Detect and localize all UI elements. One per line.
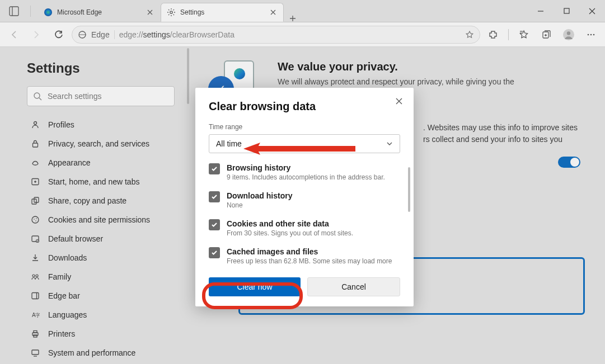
checkbox-icon[interactable] — [209, 247, 220, 258]
maximize-button[interactable] — [554, 0, 579, 22]
sidebar-item-languages[interactable]: A字Languages — [27, 305, 175, 324]
sidebar-item-share[interactable]: Share, copy and paste — [27, 191, 175, 210]
favorite-icon[interactable] — [465, 30, 474, 39]
edge-icon — [44, 8, 53, 17]
sidebar-item-label: Start, home, and new tabs — [48, 177, 139, 186]
svg-rect-18 — [33, 143, 38, 147]
printer-icon — [30, 329, 40, 339]
sidebar-item-appearance[interactable]: Appearance — [27, 153, 175, 172]
window-controls — [528, 0, 605, 22]
sidebar-item-label: Printers — [48, 329, 75, 338]
close-window-button[interactable] — [579, 0, 605, 22]
tracking-context-text: . Websites may use this info to improve … — [423, 122, 585, 145]
gear-icon — [167, 8, 176, 17]
sidebar-scrollbar[interactable] — [187, 48, 189, 104]
tab-label: Microsoft Edge — [57, 8, 141, 16]
cancel-button[interactable]: Cancel — [307, 277, 400, 296]
download-icon — [30, 253, 40, 263]
time-range-select[interactable]: All time — [209, 134, 400, 153]
svg-point-24 — [36, 218, 37, 219]
sidebar-item-downloads[interactable]: Downloads — [27, 248, 175, 267]
clear-now-button[interactable]: Clear now — [209, 277, 301, 296]
checkbox-icon[interactable] — [209, 191, 220, 202]
sidebar-item-family[interactable]: Family — [27, 267, 175, 286]
svg-text:字: 字 — [35, 313, 40, 318]
dialog-title: Clear browsing data — [209, 100, 400, 113]
checkbox-icon[interactable] — [209, 219, 220, 230]
minimize-button[interactable] — [528, 0, 554, 22]
collections-button[interactable] — [537, 25, 556, 44]
sidebar-item-system[interactable]: System and performance — [27, 343, 175, 362]
dialog-scrollbar[interactable] — [408, 167, 410, 212]
sidebar-item-default-browser[interactable]: Default browser — [27, 229, 175, 248]
family-icon — [30, 272, 40, 282]
svg-point-28 — [32, 275, 35, 277]
sidebar-item-label: Cookies and site permissions — [48, 215, 150, 224]
sidebar-item-profiles[interactable]: Profiles — [27, 115, 175, 134]
profile-button[interactable] — [559, 25, 578, 44]
svg-rect-0 — [10, 7, 18, 16]
svg-point-23 — [34, 219, 35, 220]
svg-rect-35 — [34, 331, 37, 333]
sidebar-item-label: Profiles — [48, 120, 74, 129]
sidebar-item-printers[interactable]: Printers — [27, 324, 175, 343]
search-icon — [33, 92, 42, 101]
svg-rect-30 — [32, 293, 39, 299]
settings-sidebar: Settings Profiles Privacy, search, and s… — [0, 47, 185, 364]
check-browsing-history[interactable]: Browsing history9 items. Includes autoco… — [209, 163, 400, 181]
toolbar: Edge edge://settings/clearBrowserData — [0, 22, 605, 47]
privacy-heading: We value your privacy. — [278, 60, 514, 73]
sidebar-item-label: Downloads — [48, 253, 87, 262]
sidebar-item-label: Appearance — [48, 158, 91, 167]
back-button[interactable] — [4, 25, 24, 44]
close-icon[interactable] — [269, 8, 278, 17]
check-download-history[interactable]: Download historyNone — [209, 191, 400, 209]
addr-label: Edge — [91, 30, 110, 39]
time-range-label: Time range — [209, 123, 400, 131]
tracking-toggle[interactable] — [558, 157, 580, 168]
sidebar-item-start[interactable]: Start, home, and new tabs — [27, 172, 175, 191]
tab-edge[interactable]: Microsoft Edge — [37, 3, 161, 22]
sidebar-item-label: System and performance — [48, 348, 135, 357]
dialog-close-button[interactable] — [391, 93, 407, 109]
divider — [114, 30, 115, 39]
check-cookies[interactable]: Cookies and other site dataFrom 30 sites… — [209, 219, 400, 237]
sidebar-item-label: Languages — [48, 310, 87, 319]
profile-icon — [30, 120, 40, 130]
cookie-icon — [30, 215, 40, 225]
checkbox-icon[interactable] — [209, 163, 220, 174]
close-icon[interactable] — [146, 8, 154, 17]
sidebar-icon — [30, 291, 40, 301]
refresh-button[interactable] — [49, 25, 68, 44]
favorites-button[interactable] — [514, 25, 533, 44]
addr-url: edge://settings/clearBrowserData — [119, 30, 235, 39]
clear-browsing-data-dialog: Clear browsing data Time range All time … — [195, 88, 414, 306]
divider — [30, 6, 31, 17]
language-icon: A字 — [30, 310, 40, 320]
sidebar-item-label: Privacy, search, and services — [48, 139, 149, 148]
svg-point-11 — [567, 31, 570, 35]
tab-actions-button[interactable] — [4, 2, 24, 21]
tab-settings[interactable]: Settings — [161, 3, 284, 22]
svg-point-13 — [590, 34, 592, 35]
titlebar: Microsoft Edge Settings — [0, 0, 605, 22]
check-cached[interactable]: Cached images and filesFrees up less tha… — [209, 247, 400, 265]
forward-button[interactable] — [27, 25, 46, 44]
new-tab-button[interactable] — [284, 15, 302, 22]
svg-point-17 — [34, 122, 37, 125]
sidebar-item-edgebar[interactable]: Edge bar — [27, 286, 175, 305]
sidebar-item-privacy[interactable]: Privacy, search, and services — [27, 134, 175, 153]
svg-point-15 — [34, 93, 40, 98]
address-bar[interactable]: Edge edge://settings/clearBrowserData — [72, 26, 480, 44]
sidebar-item-label: Default browser — [48, 234, 103, 243]
sidebar-item-label: Family — [48, 272, 71, 281]
more-button[interactable] — [581, 25, 601, 44]
settings-title: Settings — [27, 60, 175, 76]
chevron-down-icon — [386, 140, 393, 147]
sidebar-item-cookies[interactable]: Cookies and site permissions — [27, 210, 175, 229]
browser-icon — [30, 234, 40, 244]
svg-point-12 — [588, 34, 589, 35]
extensions-button[interactable] — [484, 25, 503, 44]
svg-point-22 — [32, 216, 39, 223]
search-settings-input[interactable] — [27, 86, 175, 106]
